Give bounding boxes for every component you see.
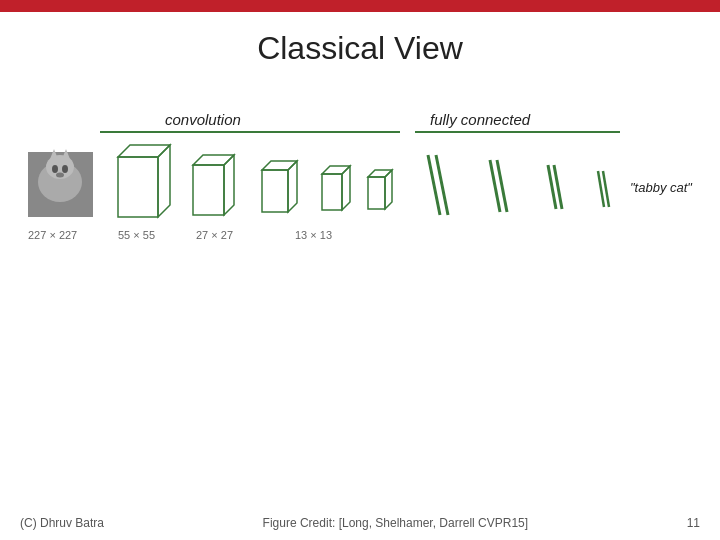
svg-text:convolution: convolution [165, 111, 241, 128]
svg-point-10 [62, 165, 68, 173]
top-bar [0, 0, 720, 12]
svg-text:fully connected: fully connected [430, 111, 531, 128]
footer-right: 11 [687, 516, 700, 530]
svg-point-11 [56, 173, 64, 178]
svg-marker-17 [224, 155, 234, 215]
svg-marker-18 [262, 170, 288, 212]
svg-marker-12 [118, 157, 158, 217]
svg-marker-26 [385, 170, 392, 209]
svg-marker-21 [322, 174, 342, 210]
svg-text:55 × 55: 55 × 55 [118, 229, 155, 241]
svg-marker-13 [118, 145, 170, 157]
diagram-area: convolution fully connected [0, 77, 720, 417]
svg-point-9 [52, 165, 58, 173]
svg-marker-20 [288, 161, 297, 212]
svg-text:227 × 227: 227 × 227 [28, 229, 77, 241]
svg-marker-16 [193, 155, 234, 165]
svg-marker-24 [368, 177, 385, 209]
svg-text:27 × 27: 27 × 27 [196, 229, 233, 241]
svg-text:"tabby cat": "tabby cat" [630, 180, 693, 195]
svg-marker-23 [342, 166, 350, 210]
page-title: Classical View [0, 30, 720, 67]
footer-left: (C) Dhruv Batra [20, 516, 104, 530]
svg-marker-15 [193, 165, 224, 215]
svg-marker-14 [158, 145, 170, 217]
footer: (C) Dhruv Batra Figure Credit: [Long, Sh… [0, 516, 720, 530]
footer-center: Figure Credit: [Long, Shelhamer, Darrell… [263, 516, 528, 530]
svg-text:13 × 13: 13 × 13 [295, 229, 332, 241]
